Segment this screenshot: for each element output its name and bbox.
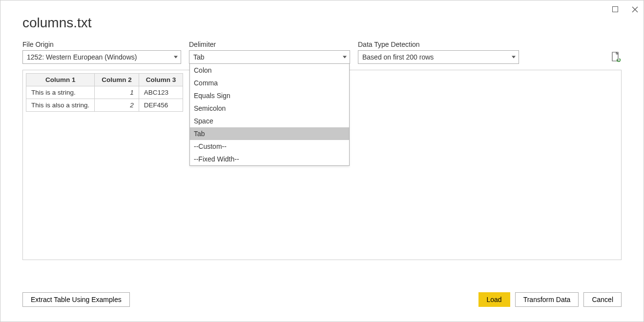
extract-table-button[interactable]: Extract Table Using Examples [22,292,130,307]
svg-rect-0 [613,7,618,12]
delimiter-dropdown[interactable]: Tab ColonCommaEquals SignSemicolonSpaceT… [189,50,350,64]
delimiter-option[interactable]: --Custom-- [190,140,349,153]
delimiter-option[interactable]: Semicolon [190,102,349,115]
column-header: Column 1 [26,74,95,86]
delimiter-value: Tab [193,53,205,61]
table-cell: This is also a string. [26,99,95,112]
detection-label: Data Type Detection [358,40,519,48]
delimiter-option[interactable]: Colon [190,64,349,77]
delimiter-option[interactable]: Comma [190,77,349,89]
svg-point-3 [617,59,620,61]
table-cell: ABC123 [139,86,183,99]
close-button[interactable] [630,4,640,14]
detection-value: Based on first 200 rows [362,53,434,61]
refresh-button[interactable] [611,51,622,63]
load-button[interactable]: Load [478,292,510,307]
delimiter-option[interactable]: Space [190,115,349,127]
file-origin-dropdown[interactable]: 1252: Western European (Windows) [22,50,181,64]
delimiter-option[interactable]: Tab [190,127,349,140]
chevron-down-icon [343,56,347,59]
table-row: This is also a string.2DEF456 [26,99,183,112]
file-origin-label: File Origin [22,40,181,48]
table-cell: This is a string. [26,86,95,99]
table-cell: 2 [95,99,139,112]
maximize-button[interactable] [610,4,620,14]
transform-data-button[interactable]: Transform Data [515,292,579,307]
table-row: This is a string.1ABC123 [26,86,183,99]
table-cell: DEF456 [139,99,183,112]
table-cell: 1 [95,86,139,99]
chevron-down-icon [512,56,516,59]
delimiter-option[interactable]: --Fixed Width-- [190,153,349,165]
chevron-down-icon [174,56,178,59]
delimiter-label: Delimiter [189,40,350,48]
file-origin-value: 1252: Western European (Windows) [27,53,137,61]
delimiter-option-list: ColonCommaEquals SignSemicolonSpaceTab--… [189,63,350,166]
detection-dropdown[interactable]: Based on first 200 rows [358,50,519,64]
delimiter-option[interactable]: Equals Sign [190,89,349,102]
column-header: Column 3 [139,74,183,86]
cancel-button[interactable]: Cancel [583,292,622,307]
column-header: Column 2 [95,74,139,86]
preview-table: Column 1Column 2Column 3 This is a strin… [26,73,183,112]
dialog-title: columns.txt [22,15,622,31]
